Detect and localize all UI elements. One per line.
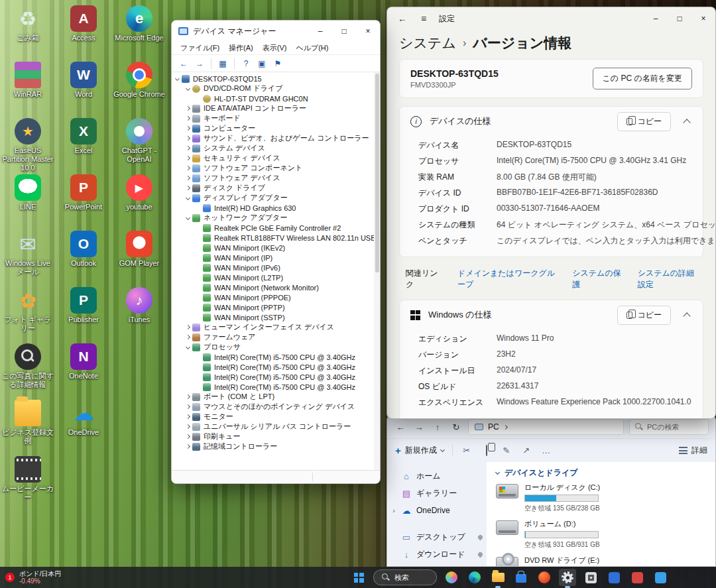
desktop-icon-youtube[interactable]: ▶youtube xyxy=(113,174,166,211)
expand-chevron-icon[interactable] xyxy=(186,215,190,220)
expand-chevron-icon[interactable] xyxy=(186,394,190,399)
device-tree-item[interactable]: ディスプレイ アダプター xyxy=(172,193,374,203)
computer-icon[interactable]: ▣ xyxy=(255,57,268,70)
breadcrumb-system[interactable]: システム xyxy=(399,34,456,52)
maximize-button[interactable]: □ xyxy=(332,21,356,42)
device-tree-item[interactable]: ソフトウェア コンポーネント xyxy=(172,163,374,173)
copy-button[interactable]: コピー xyxy=(617,306,671,325)
expand-chevron-icon[interactable] xyxy=(186,106,190,111)
file-explorer-button[interactable] xyxy=(489,569,507,586)
device-tree-item[interactable]: ポート (COM と LPT) xyxy=(172,392,374,402)
explorer-search-box[interactable]: PCの検索 xyxy=(629,419,709,435)
ms-link[interactable]: Microsoft サービス規約 xyxy=(418,418,692,419)
group-header-devices-and-drives[interactable]: デバイスとドライブ xyxy=(496,467,715,479)
new-button[interactable]: + 新規作成 xyxy=(395,445,444,456)
device-tree-item[interactable]: キーボード xyxy=(172,113,374,123)
expand-chevron-icon[interactable] xyxy=(186,345,190,349)
security-app-button[interactable] xyxy=(536,569,553,586)
related-link[interactable]: システムの詳細設定 xyxy=(638,268,701,290)
more-icon[interactable]: … xyxy=(540,445,552,455)
device-tree-item[interactable]: 印刷キュー xyxy=(172,432,374,441)
expand-chevron-icon[interactable] xyxy=(186,335,190,339)
expand-chevron-icon[interactable] xyxy=(186,196,190,200)
device-tree-item[interactable]: WAN Miniport (PPTP) xyxy=(172,302,374,312)
store-button[interactable] xyxy=(512,569,530,586)
device-tree-item[interactable]: ネットワーク アダプター xyxy=(172,213,374,223)
expand-chevron-icon[interactable] xyxy=(186,176,190,180)
expand-chevron-icon[interactable] xyxy=(186,186,190,190)
desktop-icon-easeus-partition-master[interactable]: ★EaseUS Partition Master 10.0 xyxy=(1,118,54,172)
chevron-up-icon[interactable] xyxy=(683,312,690,320)
device-tree-item[interactable]: Intel(R) Core(TM) i5-7500 CPU @ 3.40GHz xyxy=(172,352,374,362)
device-tree-item[interactable]: Realtek PCIe GbE Family Controller #2 xyxy=(172,223,374,233)
sidebar-item-home[interactable]: ⌂ホーム xyxy=(387,467,487,485)
maximize-button[interactable]: □ xyxy=(668,7,691,30)
details-view-toggle[interactable]: 詳細 xyxy=(679,445,707,456)
cut-icon[interactable]: ✂ xyxy=(461,445,473,455)
start-button[interactable] xyxy=(350,569,367,586)
device-tree-item[interactable]: ファームウェア xyxy=(172,332,374,342)
device-tree-item[interactable]: HL-DT-ST DVDRAM GHC0N xyxy=(172,93,374,103)
device-tree-item[interactable]: Intel(R) Core(TM) i5-7500 CPU @ 3.40GHz xyxy=(172,372,374,382)
minimize-button[interactable]: – xyxy=(308,21,332,42)
settings-button[interactable] xyxy=(559,569,576,586)
desktop-icon-chatgpt-openai[interactable]: ChatGPT - OpenAI xyxy=(113,118,166,164)
desktop-icon-photo-details[interactable]: この写真に関する詳細情報 xyxy=(1,343,54,389)
expand-chevron-icon[interactable] xyxy=(186,86,190,91)
device-tree-item[interactable]: サウンド、ビデオ、およびゲーム コントローラー xyxy=(172,133,374,143)
forward-icon[interactable]: → xyxy=(412,422,426,432)
expand-chevron-icon[interactable] xyxy=(186,404,190,409)
device-tree-item[interactable]: IDE ATA/ATAPI コントローラー xyxy=(172,103,374,113)
desktop-icon-onenote[interactable]: NOneNote xyxy=(57,343,110,381)
expand-chevron-icon[interactable] xyxy=(186,434,190,439)
help-icon[interactable]: ? xyxy=(239,57,253,70)
desktop-icon-publisher[interactable]: PPublisher xyxy=(57,287,110,324)
photos-button[interactable] xyxy=(652,569,669,586)
expand-chevron-icon[interactable] xyxy=(186,156,190,160)
device-tree-item[interactable]: ディスク ドライブ xyxy=(172,183,374,193)
expand-chevron-icon[interactable] xyxy=(175,76,180,81)
mail-button[interactable] xyxy=(628,569,646,586)
device-tree-item[interactable]: セキュリティ デバイス xyxy=(172,153,374,163)
rename-pc-button[interactable]: この PC の名前を変更 xyxy=(593,68,692,89)
device-tree-item[interactable]: WAN Miniport (SSTP) xyxy=(172,312,374,322)
drive-item[interactable]: ローカル ディスク (C:)空き領域 135 GB/238 GB xyxy=(496,483,715,513)
address-box[interactable]: PC xyxy=(468,419,624,435)
desktop-icon-word[interactable]: WWord xyxy=(57,62,110,99)
desktop-icon-winrar[interactable]: WinRAR xyxy=(1,62,54,99)
device-tree-item[interactable]: マウスとそのほかのポインティング デバイス xyxy=(172,402,374,412)
close-button[interactable]: × xyxy=(691,7,715,30)
desktop-icon-google-chrome[interactable]: Google Chrome xyxy=(113,62,166,99)
forward-icon[interactable]: → xyxy=(193,57,206,70)
back-button[interactable]: ← xyxy=(396,13,408,24)
desktop-icon-gom-player[interactable]: GOM Player xyxy=(113,231,166,268)
drive-item[interactable]: DVD RW ドライブ (E:) xyxy=(496,556,715,567)
edge-button[interactable] xyxy=(466,569,483,586)
device-tree-item[interactable]: DVD/CD-ROM ドライブ xyxy=(172,84,374,93)
related-link[interactable]: ドメインまたはワークグループ xyxy=(457,268,556,290)
copilot-button[interactable] xyxy=(443,569,460,586)
copy-icon[interactable] xyxy=(481,445,493,455)
expand-chevron-icon[interactable] xyxy=(186,146,190,150)
device-tree-item[interactable]: WAN Miniport (IKEv2) xyxy=(172,243,374,253)
navigation-menu-button[interactable]: ≡ xyxy=(418,13,430,24)
desktop-icon-windows-live-mail[interactable]: ✉Windows Live メール xyxy=(1,231,54,276)
related-link[interactable]: システムの保護 xyxy=(572,268,621,290)
device-tree-item[interactable]: Realtek RTL8188FTV Wireless LAN 802.11n … xyxy=(172,233,374,243)
device-tree-item[interactable]: ソフトウェア デバイス xyxy=(172,173,374,183)
sidebar-item-gallery[interactable]: ▤ギャラリー xyxy=(387,485,487,502)
taskbar-search[interactable]: 検索 xyxy=(373,569,437,585)
device-tree-item[interactable]: コンピューター xyxy=(172,123,374,133)
snipping-tool-button[interactable] xyxy=(582,569,599,586)
expand-chevron-icon[interactable] xyxy=(186,414,190,419)
back-icon[interactable]: ← xyxy=(177,57,190,70)
expand-chevron-icon[interactable] xyxy=(186,126,190,131)
device-tree-item[interactable]: WAN Miniport (IPv6) xyxy=(172,263,374,272)
device-tree-item[interactable]: WAN Miniport (PPPOE) xyxy=(172,292,374,302)
copy-button[interactable]: コピー xyxy=(617,112,671,131)
device-tree-item[interactable]: モニター xyxy=(172,412,374,422)
desktop-icon-microsoft-edge[interactable]: eMicrosoft Edge xyxy=(113,5,166,42)
console-tree-icon[interactable]: ▦ xyxy=(216,57,229,70)
scrollbar[interactable] xyxy=(374,72,380,470)
device-tree-item[interactable]: WAN Miniport (L2TP) xyxy=(172,272,374,282)
